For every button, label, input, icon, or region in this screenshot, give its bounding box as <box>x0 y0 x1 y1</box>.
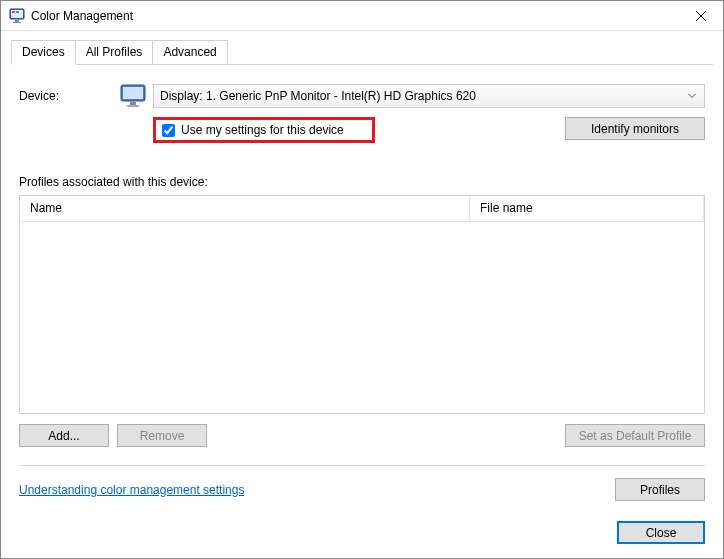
color-management-window: Color Management Devices All Profiles Ad… <box>0 0 724 559</box>
separator <box>19 465 705 466</box>
use-my-settings-checkbox[interactable] <box>162 124 175 137</box>
list-body <box>20 222 704 413</box>
device-label: Device: <box>19 89 119 103</box>
tabstrip: Devices All Profiles Advanced <box>1 31 723 64</box>
close-icon <box>696 11 706 21</box>
window-title: Color Management <box>31 9 678 23</box>
footer-row: Understanding color management settings … <box>19 478 705 501</box>
set-default-button: Set as Default Profile <box>565 424 705 447</box>
identify-monitors-button[interactable]: Identify monitors <box>565 117 705 140</box>
use-my-settings-label: Use my settings for this device <box>181 123 344 137</box>
monitor-icon <box>119 83 147 109</box>
close-button[interactable]: Close <box>617 521 705 544</box>
profiles-label: Profiles associated with this device: <box>19 175 705 189</box>
svg-rect-5 <box>13 22 21 23</box>
device-row: Device: Display: 1. Generic PnP Monitor … <box>19 83 705 109</box>
tab-devices[interactable]: Devices <box>11 40 76 65</box>
column-header-filename[interactable]: File name <box>470 196 704 221</box>
svg-rect-3 <box>16 11 19 13</box>
tab-advanced[interactable]: Advanced <box>152 40 227 65</box>
svg-rect-9 <box>123 87 143 99</box>
svg-rect-2 <box>12 11 15 13</box>
understanding-link[interactable]: Understanding color management settings <box>19 483 244 497</box>
tab-all-profiles[interactable]: All Profiles <box>75 40 154 65</box>
remove-button: Remove <box>117 424 207 447</box>
settings-row: Use my settings for this device Identify… <box>19 117 705 143</box>
device-dropdown[interactable]: Display: 1. Generic PnP Monitor - Intel(… <box>153 84 705 108</box>
close-row: Close <box>1 511 723 558</box>
svg-rect-11 <box>127 105 139 107</box>
add-button[interactable]: Add... <box>19 424 109 447</box>
profiles-listbox[interactable]: Name File name <box>19 195 705 414</box>
use-my-settings-checkbox-highlight: Use my settings for this device <box>153 117 375 143</box>
devices-panel: Device: Display: 1. Generic PnP Monitor … <box>1 65 723 511</box>
svg-rect-4 <box>15 20 19 22</box>
device-selected-text: Display: 1. Generic PnP Monitor - Intel(… <box>160 89 476 103</box>
svg-rect-10 <box>130 102 136 105</box>
column-header-name[interactable]: Name <box>20 196 470 221</box>
app-icon <box>9 8 25 24</box>
list-header: Name File name <box>20 196 704 222</box>
titlebar: Color Management <box>1 1 723 31</box>
profile-buttons-row: Add... Remove Set as Default Profile <box>19 424 705 447</box>
profiles-button[interactable]: Profiles <box>615 478 705 501</box>
chevron-down-icon <box>688 94 696 99</box>
window-close-button[interactable] <box>678 1 723 31</box>
